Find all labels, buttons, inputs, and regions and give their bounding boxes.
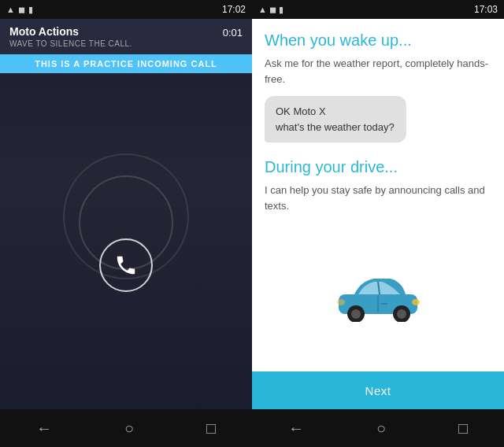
back-button[interactable]: ← xyxy=(36,419,52,438)
right-panel: ▲ ◼ ▮ 17:03 When you wake up... Ask me f… xyxy=(252,0,504,447)
right-wifi-icon: ▲ xyxy=(258,5,267,14)
notification-timer: 0:01 xyxy=(223,27,243,39)
notification-text: Moto Actions WAVE TO SILENCE THE CALL. xyxy=(9,25,132,48)
right-nav-bar: ← ○ □ xyxy=(252,409,504,447)
practice-call-banner: THIS IS A PRACTICE INCOMING CALL xyxy=(0,54,252,73)
drive-section: During your drive... I can help you stay… xyxy=(265,158,491,223)
signal-icon: ◼ xyxy=(18,5,25,15)
car-illustration xyxy=(265,223,491,365)
recent-button[interactable]: □ xyxy=(206,419,216,438)
left-nav-bar: ← ○ □ xyxy=(0,409,252,447)
svg-point-7 xyxy=(412,299,420,305)
right-recent-button[interactable]: □ xyxy=(458,419,468,438)
right-back-button[interactable]: ← xyxy=(288,419,304,438)
wifi-icon: ▲ xyxy=(6,5,15,14)
right-home-button[interactable]: ○ xyxy=(376,419,386,438)
svg-point-5 xyxy=(397,309,406,319)
wake-up-body: Ask me for the weather report, completel… xyxy=(265,56,491,87)
svg-point-3 xyxy=(351,309,361,319)
home-button[interactable]: ○ xyxy=(124,419,134,438)
right-status-icons: ▲ ◼ ▮ xyxy=(258,5,284,15)
left-status-icons: ▲ ◼ ▮ xyxy=(6,5,33,15)
call-visual-area xyxy=(0,73,252,409)
right-content: When you wake up... Ask me for the weath… xyxy=(252,19,504,371)
right-time: 17:03 xyxy=(474,4,498,15)
chat-line2: what's the weather today? xyxy=(276,121,395,133)
wake-up-heading: When you wake up... xyxy=(265,31,491,50)
left-status-bar: ▲ ◼ ▮ 17:02 xyxy=(0,0,252,19)
left-time: 17:02 xyxy=(222,4,246,15)
notification-bar: Moto Actions WAVE TO SILENCE THE CALL. 0… xyxy=(0,19,252,54)
drive-heading: During your drive... xyxy=(265,158,491,176)
next-button[interactable]: Next xyxy=(252,371,504,409)
right-battery-icon: ▮ xyxy=(279,5,284,15)
battery-icon: ▮ xyxy=(28,5,33,15)
notification-subtitle: WAVE TO SILENCE THE CALL. xyxy=(9,39,132,48)
next-button-label: Next xyxy=(365,384,391,397)
car-svg xyxy=(331,267,425,322)
notification-title: Moto Actions xyxy=(9,25,132,38)
svg-rect-9 xyxy=(381,303,387,305)
chat-line1: OK Moto X xyxy=(276,105,326,117)
drive-body: I can help you stay safe by announcing c… xyxy=(265,183,491,213)
chat-bubble: OK Moto X what's the weather today? xyxy=(265,96,406,142)
right-status-bar: ▲ ◼ ▮ 17:03 xyxy=(252,0,504,19)
right-signal-icon: ◼ xyxy=(269,5,276,15)
left-panel: ▲ ◼ ▮ 17:02 Moto Actions WAVE TO SILENCE… xyxy=(0,0,252,447)
svg-point-8 xyxy=(337,299,345,305)
inner-ring xyxy=(79,175,173,270)
